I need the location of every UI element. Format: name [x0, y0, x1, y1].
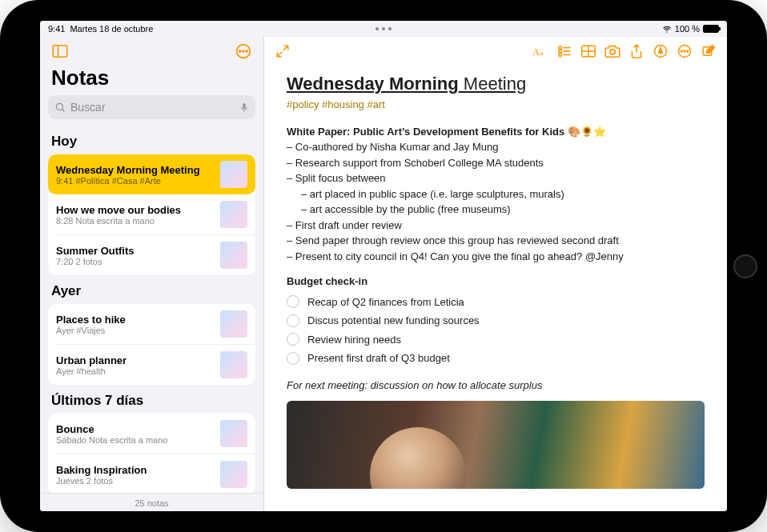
- note-list-item[interactable]: Summer Outfits7:20 2 fotos: [56, 234, 255, 275]
- camera-icon[interactable]: [602, 41, 623, 62]
- next-meeting-note: For next meeting: discussion on how to a…: [287, 378, 705, 394]
- note-item-subtitle: Ayer #Viajes: [56, 326, 214, 335]
- status-date: Martes 18 de octubre: [70, 24, 153, 34]
- note-thumbnail: [220, 351, 247, 378]
- note-line: – Research support from Schoberl College…: [287, 155, 705, 171]
- expand-icon[interactable]: [272, 41, 293, 62]
- svg-point-23: [684, 50, 685, 52]
- note-item-title: Urban planner: [56, 354, 214, 366]
- checklist-label: Review hiring needs: [307, 332, 401, 348]
- note-list-item[interactable]: Wednesday Morning Meeting9:41 #Política …: [48, 154, 255, 194]
- note-thumbnail: [220, 310, 247, 338]
- note-item-subtitle: 9:41 #Política #Casa #Arte: [56, 176, 214, 186]
- paper-title: White Paper: Public Art’s Development Be…: [287, 124, 705, 140]
- note-thumbnail: [220, 420, 247, 447]
- more-options-icon[interactable]: [233, 41, 254, 62]
- section-header: Hoy: [48, 126, 255, 154]
- note-item-subtitle: 7:20 2 fotos: [56, 257, 214, 266]
- checkbox-icon[interactable]: [287, 352, 299, 365]
- note-item-subtitle: Ayer #health: [56, 366, 214, 376]
- search-icon: [54, 102, 66, 113]
- note-item-title: Places to hike: [56, 314, 214, 326]
- svg-point-12: [559, 50, 562, 53]
- svg-point-10: [559, 46, 562, 50]
- table-icon[interactable]: [578, 41, 599, 62]
- svg-point-19: [610, 50, 615, 54]
- checkbox-icon[interactable]: [287, 314, 299, 327]
- note-item-subtitle: Sábado Nota escrita a mano: [56, 435, 214, 445]
- more-icon[interactable]: [674, 41, 695, 62]
- note-item-subtitle: Jueves 2 fotos: [56, 476, 214, 486]
- checklist-item[interactable]: Recap of Q2 finances from Leticia: [287, 293, 705, 312]
- note-list-item[interactable]: Places to hikeAyer #Viajes: [48, 304, 255, 344]
- search-input[interactable]: [70, 101, 235, 114]
- compose-icon[interactable]: [698, 41, 719, 62]
- svg-point-6: [56, 103, 62, 110]
- note-list-item[interactable]: How we move our bodies8:28 Nota escrita …: [56, 194, 255, 234]
- sidebar-toggle-icon[interactable]: [50, 41, 70, 62]
- home-button[interactable]: [733, 254, 757, 278]
- budget-heading: Budget check-in: [287, 274, 705, 290]
- note-item-title: Bounce: [56, 423, 214, 435]
- text-format-icon[interactable]: Aa: [530, 41, 551, 62]
- section-header: Últimos 7 días: [48, 385, 255, 414]
- status-bar: 9:41 Martes 18 de octubre 100 %: [40, 21, 727, 37]
- svg-text:a: a: [540, 49, 543, 57]
- svg-rect-0: [53, 46, 67, 57]
- note-item-subtitle: 8:28 Nota escrita a mano: [56, 216, 214, 226]
- note-item-title: How we move our bodies: [56, 204, 214, 216]
- svg-text:A: A: [532, 46, 540, 58]
- note-content[interactable]: Wednesday Morning Meeting #policy #housi…: [264, 66, 727, 511]
- note-tags[interactable]: #policy #housing #art: [287, 97, 705, 113]
- checklist-label: Present first draft of Q3 budget: [307, 350, 450, 366]
- note-editor: Aa: [264, 37, 727, 511]
- checklist-item[interactable]: Present first draft of Q3 budget: [287, 349, 705, 368]
- dictate-icon[interactable]: [239, 101, 249, 114]
- checklist-icon[interactable]: [554, 41, 575, 62]
- section-header: Ayer: [48, 275, 255, 304]
- note-thumbnail: [220, 461, 247, 488]
- note-list-item[interactable]: Urban plannerAyer #health: [56, 344, 255, 385]
- share-icon[interactable]: [626, 41, 647, 62]
- note-item-title: Wednesday Morning Meeting: [56, 164, 214, 176]
- markup-icon[interactable]: [650, 41, 671, 62]
- battery-icon: [703, 25, 719, 33]
- wifi-icon: [662, 24, 672, 34]
- status-time: 9:41: [48, 24, 65, 34]
- note-line: – Send paper through review once this gr…: [287, 233, 705, 249]
- checkbox-icon[interactable]: [287, 295, 299, 308]
- note-heading: Wednesday Morning Meeting: [287, 70, 705, 97]
- svg-point-14: [559, 54, 562, 57]
- search-field[interactable]: [48, 95, 255, 119]
- checklist-label: Discus potential new funding sources: [307, 313, 480, 329]
- note-line: – Split focus between: [287, 170, 705, 186]
- note-thumbnail: [220, 201, 247, 228]
- svg-line-7: [62, 109, 64, 111]
- checklist-label: Recap of Q2 finances from Leticia: [307, 294, 464, 310]
- note-line: – art accessible by the public (free mus…: [301, 202, 705, 218]
- checklist-item[interactable]: Discus potential new funding sources: [287, 311, 705, 330]
- note-attached-photo[interactable]: [287, 401, 705, 489]
- battery-text: 100 %: [675, 24, 700, 34]
- note-thumbnail: [220, 242, 247, 269]
- checklist-item[interactable]: Review hiring needs: [287, 330, 705, 350]
- note-line: – Present to city council in Q4! Can you…: [287, 249, 705, 265]
- svg-point-22: [681, 50, 682, 52]
- svg-point-3: [239, 50, 241, 52]
- note-line: – First draft under review: [287, 218, 705, 234]
- svg-point-5: [246, 50, 247, 52]
- notes-sidebar: Notas HoyWednesday Morning Meeting9:41 #…: [40, 37, 264, 511]
- sidebar-title: Notas: [40, 66, 263, 95]
- checkbox-icon[interactable]: [287, 333, 299, 346]
- svg-point-4: [243, 50, 244, 52]
- notes-count: 25 notas: [40, 493, 263, 511]
- svg-point-24: [687, 50, 689, 52]
- note-list-item[interactable]: BounceSábado Nota escrita a mano: [48, 414, 255, 454]
- note-thumbnail: [220, 161, 247, 188]
- multitask-indicator[interactable]: [375, 27, 392, 30]
- note-line: – Co-authored by Nisha Kumar and Jay Mun…: [287, 139, 705, 155]
- note-line: – art placed in public space (i.e. large…: [301, 186, 705, 202]
- note-item-title: Baking Inspiration: [56, 464, 214, 476]
- note-item-title: Summer Outfits: [56, 245, 214, 257]
- note-list-item[interactable]: Baking InspirationJueves 2 fotos: [56, 454, 255, 493]
